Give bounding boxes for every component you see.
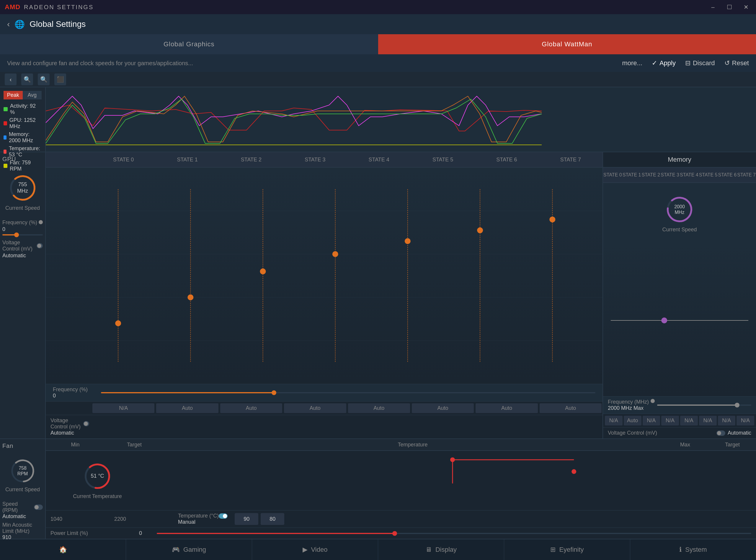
fan-temp-target-val[interactable]: 80 <box>261 513 284 525</box>
fan-speed-toggle[interactable] <box>34 504 43 510</box>
bottom-tab-home[interactable]: 🏠 <box>0 539 126 560</box>
fan-speed-max-val: 2200 <box>114 516 173 522</box>
memory-voltage-row: Voltage Control (mV) Automatic <box>603 427 756 438</box>
fan-speed-bottom: 1040 <box>51 516 110 522</box>
fullscreen-button[interactable]: ⬛ <box>54 74 66 85</box>
freq-slider-track[interactable] <box>2 234 43 236</box>
voltage-toggle[interactable] <box>37 243 43 248</box>
gpu-curve-svg <box>46 167 602 384</box>
title-bar-controls: – ☐ ✕ <box>707 2 751 13</box>
gaming-icon: 🎮 <box>172 546 180 554</box>
gpu-gauge-container: 755 MHz Current Speed <box>2 173 43 211</box>
content-area: ‹ 🔍 🔍 ⬛ Peak Avg Activity: 92 % GPU: 125… <box>0 72 756 539</box>
gpu-frequency-control: Frequency (%) 0 <box>2 220 43 237</box>
memory-gauge-area: 2000 MHz Current Speed <box>603 183 756 245</box>
tab-global-wattman[interactable]: Global WattMan <box>378 34 756 54</box>
fan-dot <box>3 164 7 168</box>
gpu-voltage-row-labels: Voltage Control (mV) Automatic <box>46 418 92 436</box>
svg-point-18 <box>477 227 483 233</box>
bottom-tab-eyefinity[interactable]: ⊞ Eyefinity <box>504 539 630 560</box>
fan-temp-max-val[interactable]: 90 <box>235 513 258 525</box>
mem-val-7: N/A <box>737 416 754 425</box>
state-val-0: N/A <box>92 403 154 413</box>
mem-freq-max: 2000 MHz Max <box>608 405 655 411</box>
memory-speed-text: 2000 MHz <box>672 204 687 215</box>
mem-freq-toggle[interactable] <box>651 399 655 403</box>
gpu-voltage-control: Voltage Control (mV) Automatic <box>2 240 43 259</box>
mem-voltage-toggle[interactable] <box>716 431 725 436</box>
power-limit-slider[interactable] <box>157 533 751 534</box>
mem-state-5: STATE 5 <box>699 172 718 178</box>
zoom-out-button[interactable]: 🔍 <box>21 74 33 85</box>
minimize-button[interactable]: – <box>707 2 718 13</box>
fan-temp-toggle[interactable] <box>219 513 228 519</box>
state-2-header: STATE 2 <box>219 157 283 163</box>
graph-controls-bar: ‹ 🔍 🔍 ⬛ <box>0 72 756 87</box>
reset-icon: ↺ <box>724 59 730 67</box>
apply-button[interactable]: ✓ Apply <box>652 59 676 67</box>
toolbar-description: View and configure fan and clock speeds … <box>7 60 193 67</box>
bottom-tab-video[interactable]: ▶ Video <box>252 539 378 560</box>
discard-button[interactable]: ⊟ Discard <box>685 59 715 67</box>
gpu-freq-main-thumb[interactable] <box>272 391 276 395</box>
peak-avg-tabs: Peak Avg <box>3 91 42 99</box>
globe-icon: 🌐 <box>15 19 25 29</box>
state-val-1: Auto <box>156 403 218 413</box>
mem-freq-fill <box>657 404 737 406</box>
freq-slider-thumb[interactable] <box>14 233 19 237</box>
fan-temp-ctrl-label: Temperature (°C) <box>178 513 219 519</box>
svg-point-15 <box>260 268 266 274</box>
maximize-button[interactable]: ☐ <box>724 2 735 13</box>
memory-section: Memory STATE 0 STATE 1 STATE 2 STATE 3 S… <box>602 152 756 438</box>
mem-state-6: STATE 6 <box>718 172 737 178</box>
discard-label: Discard <box>693 59 715 67</box>
memory-chart <box>603 245 756 396</box>
zoom-in-button[interactable]: 🔍 <box>38 74 50 85</box>
amd-logo: AMD <box>5 3 20 11</box>
mem-freq-slider[interactable] <box>657 404 751 406</box>
mem-freq-thumb[interactable] <box>735 403 739 407</box>
svg-point-19 <box>549 217 555 222</box>
gpu-voltage-row: Voltage Control (mV) Automatic <box>46 415 602 438</box>
gpu-freq-main-slider[interactable] <box>101 392 596 393</box>
activity-value: Activity: 92 % <box>10 103 42 115</box>
svg-point-14 <box>188 295 193 300</box>
power-limit-thumb[interactable] <box>392 531 397 536</box>
main-header: ‹ 🌐 Global Settings <box>0 14 756 34</box>
bottom-tab-gaming[interactable]: 🎮 Gaming <box>126 539 252 560</box>
fan-target2-header: Target <box>709 442 756 448</box>
bottom-tab-display[interactable]: 🖥 Display <box>378 539 504 560</box>
mem-val-2: N/A <box>643 416 660 425</box>
fan-temp-gauge: 51 °C <box>83 461 112 491</box>
fan-temp-labels: Temperature (°C) Manual <box>178 513 228 525</box>
back-graph-button[interactable]: ‹ <box>5 74 17 85</box>
avg-tab[interactable]: Avg <box>23 91 42 99</box>
fan-target-header: Target <box>105 442 164 448</box>
more-button[interactable]: more... <box>622 59 642 67</box>
fan-speed-label-text: Speed (RPM) <box>2 501 34 513</box>
system-icon: ℹ <box>679 546 682 554</box>
fan-temp-mode: Manual <box>178 519 228 525</box>
mem-voltage-value: Automatic <box>728 430 751 436</box>
svg-point-17 <box>405 238 411 244</box>
reset-button[interactable]: ↺ Reset <box>724 59 749 67</box>
memory-header: Memory <box>603 152 756 167</box>
voltage-toggle-knob <box>37 244 41 248</box>
peak-tab[interactable]: Peak <box>3 91 23 99</box>
gpu-freq-row-label: Frequency (%) <box>53 386 99 393</box>
freq-toggle[interactable] <box>39 220 43 224</box>
mem-state-2: STATE 2 <box>641 172 661 178</box>
fan-main-area: Min Target Temperature Max Target <box>46 439 756 539</box>
radeon-text: RADEON SETTINGS <box>24 4 94 11</box>
eyefinity-icon: ⊞ <box>550 546 556 554</box>
tab-global-graphics[interactable]: Global Graphics <box>0 34 378 54</box>
voltage-row-toggle[interactable] <box>83 421 89 426</box>
state-val-3: Auto <box>284 403 346 413</box>
close-button[interactable]: ✕ <box>741 2 751 13</box>
back-button[interactable]: ‹ <box>7 19 10 29</box>
bottom-tab-system[interactable]: ℹ System <box>630 539 756 560</box>
freq-label: Frequency (%) <box>2 220 37 226</box>
power-limit-value: 0 <box>139 530 157 536</box>
memory-chart-svg <box>603 245 756 396</box>
title-bar-left: AMD RADEON SETTINGS <box>5 3 94 11</box>
